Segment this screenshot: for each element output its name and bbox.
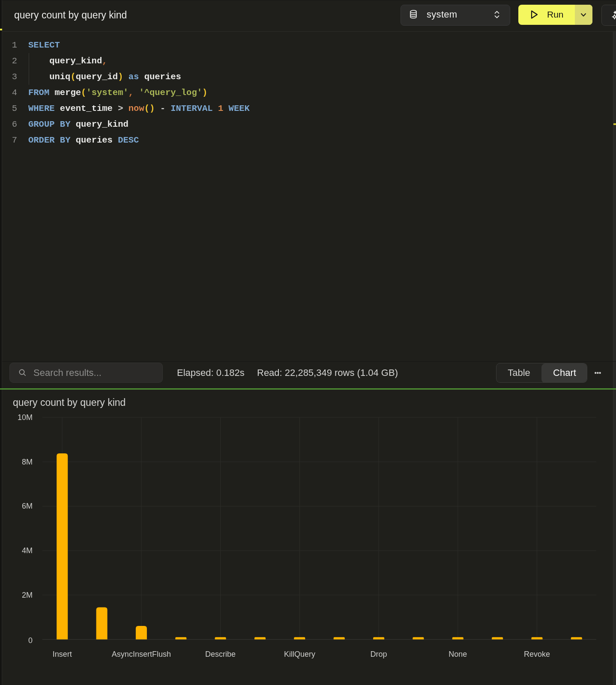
svg-text:Revoke: Revoke: [524, 650, 550, 658]
svg-text:4M: 4M: [22, 546, 33, 555]
svg-text:8M: 8M: [22, 458, 33, 466]
svg-text:query count by query kind: query count by query kind: [13, 397, 126, 408]
svg-text:0: 0: [28, 636, 33, 645]
svg-text:AsyncInsertFlush: AsyncInsertFlush: [112, 650, 171, 658]
svg-text:None: None: [449, 650, 467, 658]
svg-text:KillQuery: KillQuery: [284, 650, 315, 658]
svg-text:2M: 2M: [22, 591, 33, 599]
svg-text:Describe: Describe: [205, 650, 236, 658]
svg-text:Insert: Insert: [53, 650, 72, 658]
svg-text:6M: 6M: [22, 502, 33, 510]
svg-text:Drop: Drop: [371, 650, 387, 658]
svg-text:10M: 10M: [18, 413, 33, 422]
